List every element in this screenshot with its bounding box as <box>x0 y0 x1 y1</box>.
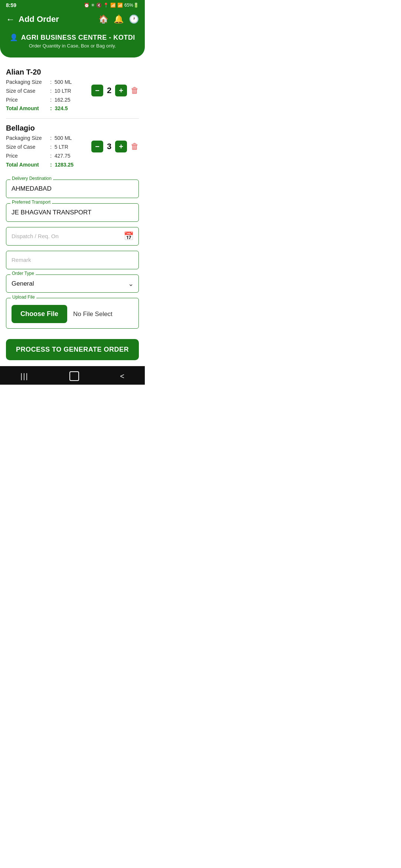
size-value-2: 5 LTR <box>55 144 68 150</box>
total-value-1: 324.5 <box>55 105 68 111</box>
product-list: Alian T-20 Packaging Size : 500 ML Size … <box>0 57 145 173</box>
size-label-1: Size of Case <box>6 87 49 96</box>
decrement-btn-2[interactable]: − <box>91 141 103 152</box>
location-icon: 📍 <box>103 3 109 8</box>
product-item-1: Alian T-20 Packaging Size : 500 ML Size … <box>6 64 139 117</box>
total-label-2: Total Amount <box>6 161 49 170</box>
battery-icon: 65%🔋 <box>124 3 139 8</box>
delete-btn-1[interactable]: 🗑 <box>131 86 139 95</box>
delete-btn-2[interactable]: 🗑 <box>131 142 139 151</box>
preferred-transport-wrapper: Preferred Transport <box>6 203 139 222</box>
clock-icon[interactable]: 🕐 <box>129 14 139 24</box>
shop-banner: 👤 AGRI BUSINESS CENTRE - KOTDI Order Qua… <box>0 30 145 57</box>
product-name-1: Alian T-20 <box>6 68 139 76</box>
decrement-btn-1[interactable]: − <box>91 85 103 96</box>
status-time: 8:59 <box>6 2 16 8</box>
upload-row: Choose File No File Select <box>12 305 133 323</box>
header: ← Add Order 🏠 🔔 🕐 <box>0 10 145 30</box>
process-btn-wrapper: PROCESS TO GENERATE ORDER <box>0 334 145 366</box>
delivery-destination-wrapper: Delivery Destination <box>6 180 139 198</box>
wifi-icon: 📶 <box>110 3 116 8</box>
choose-file-button[interactable]: Choose File <box>12 305 67 323</box>
shop-name-text: AGRI BUSINESS CENTRE - KOTDI <box>21 34 135 42</box>
order-type-select[interactable]: General Urgent Scheduled <box>6 274 139 293</box>
product-item-2: Bellagio Packaging Size : 500 ML Size of… <box>6 120 139 173</box>
product-name-2: Bellagio <box>6 124 139 132</box>
signal-icon: 📶 <box>117 3 123 8</box>
product-controls-2: − 3 + 🗑 <box>91 141 139 152</box>
nav-menu-icon[interactable]: ||| <box>20 372 29 381</box>
remark-wrapper <box>6 251 139 269</box>
preferred-transport-input[interactable] <box>6 203 139 222</box>
quantity-1: 2 <box>105 86 113 95</box>
preferred-transport-label: Preferred Transport <box>10 200 52 205</box>
process-order-button[interactable]: PROCESS TO GENERATE ORDER <box>6 339 139 360</box>
divider-1 <box>6 118 139 119</box>
packaging-value-2: 500 ML <box>55 135 72 141</box>
mute-icon: 🔇 <box>96 3 102 8</box>
delivery-destination-label: Delivery Destination <box>10 176 53 181</box>
shop-icon: 👤 <box>10 33 18 42</box>
size-label-2: Size of Case <box>6 143 49 152</box>
nav-home-icon[interactable] <box>69 371 79 381</box>
delivery-destination-input[interactable] <box>6 180 139 198</box>
packaging-value-1: 500 ML <box>55 79 72 85</box>
back-button[interactable]: ← <box>6 14 15 24</box>
quantity-2: 3 <box>105 142 113 151</box>
page-title: Add Order <box>19 14 59 24</box>
total-label-1: Total Amount <box>6 104 49 113</box>
bell-icon[interactable]: 🔔 <box>114 14 124 24</box>
form-section: Delivery Destination Preferred Transport… <box>0 173 145 329</box>
price-value-2: 427.75 <box>55 153 71 159</box>
increment-btn-2[interactable]: + <box>115 141 127 152</box>
dispatch-wrapper: 📅 <box>6 227 139 246</box>
size-value-1: 10 LTR <box>55 88 71 94</box>
price-value-1: 162.25 <box>55 97 71 103</box>
status-bar: 8:59 ⏰ ✳ 🔇 📍 📶 📶 65%🔋 <box>0 0 145 10</box>
shop-name: 👤 AGRI BUSINESS CENTRE - KOTDI <box>6 33 139 42</box>
packaging-label-1: Packaging Size <box>6 78 49 87</box>
price-label-2: Price <box>6 152 49 161</box>
price-label-1: Price <box>6 96 49 105</box>
header-icons: 🏠 🔔 🕐 <box>98 14 139 24</box>
remark-input[interactable] <box>6 251 139 269</box>
order-type-label: Order Type <box>10 271 36 276</box>
no-file-text: No File Select <box>73 310 113 318</box>
upload-file-label: Upload File <box>11 295 36 300</box>
packaging-label-2: Packaging Size <box>6 134 49 143</box>
alarm-icon: ⏰ <box>84 3 89 8</box>
status-icons: ⏰ ✳ 🔇 📍 📶 📶 65%🔋 <box>84 3 139 8</box>
upload-file-wrapper: Upload File Choose File No File Select <box>6 298 139 329</box>
calendar-icon[interactable]: 📅 <box>124 231 134 241</box>
product-controls-1: − 2 + 🗑 <box>91 85 139 96</box>
dispatch-input[interactable] <box>6 227 139 246</box>
bottom-nav: ||| < <box>0 366 145 385</box>
total-value-2: 1283.25 <box>55 162 74 168</box>
nav-back-icon[interactable]: < <box>120 372 124 381</box>
bluetooth-icon: ✳ <box>91 3 95 8</box>
header-left: ← Add Order <box>6 14 59 24</box>
order-type-wrapper: Order Type General Urgent Scheduled ⌄ <box>6 274 139 293</box>
increment-btn-1[interactable]: + <box>115 85 127 96</box>
home-icon[interactable]: 🏠 <box>98 14 108 24</box>
shop-subtitle: Order Quantity in Case, Box or Bag only. <box>6 43 139 49</box>
